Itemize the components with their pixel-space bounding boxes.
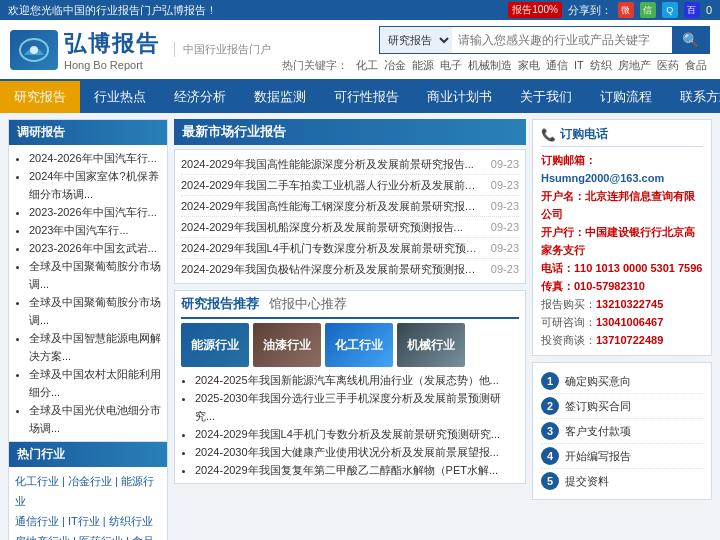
news-item: 2024-2029年我国二手车拍卖工业机器人行业分析及发展前景研究... 09-… — [181, 175, 519, 196]
list-item: 2023年中国汽车行... — [29, 221, 161, 239]
nav: 研究报告 行业热点 经济分析 数据监测 可行性报告 商业计划书 关于我们 订购流… — [0, 81, 720, 113]
contact-account-row: 开户名：北京连邦信息查询有限公司 — [541, 187, 703, 223]
hotword-dianzi[interactable]: 电子 — [440, 59, 462, 71]
hotword-textile[interactable]: 纺织 — [590, 59, 612, 71]
logo-icon — [10, 30, 58, 70]
logo-text: 弘博报告 Hong Bo Report — [64, 29, 160, 71]
recommend-card-chemical: 化工行业 — [325, 323, 393, 367]
news-list: 2024-2029年我国高性能能源深度分析及发展前景研究报告... 09-23 … — [174, 149, 526, 284]
hotword-telecom[interactable]: 通信 — [546, 59, 568, 71]
logo-subtitle: 中国行业报告门户 — [174, 42, 271, 57]
search-button[interactable]: 🔍 — [672, 27, 709, 53]
news-link[interactable]: 2024-2029年我国机船深度分析及发展前景研究预测报告... — [181, 217, 479, 237]
nav-item-about[interactable]: 关于我们 — [506, 81, 586, 113]
sidebar-hot-tags: 化工行业 | 冶金行业 | 能源行业 通信行业 | IT行业 | 纺织行业 房地… — [9, 467, 167, 540]
hotword-machinery[interactable]: 机械制造 — [468, 59, 512, 71]
list-item: 全球及中国聚葡萄胺分市场调... — [29, 293, 161, 329]
list-item: 2024-2030年我国大健康产业使用状况分析及发展前景展望报... — [195, 443, 519, 461]
social-icon-wechat[interactable]: 信 — [640, 2, 656, 18]
hotwords-label: 热门关键字： — [282, 59, 348, 71]
right-sidebar: 📞 订购电话 订购邮箱：Hsumng2000@163.com 开户名：北京连邦信… — [532, 119, 712, 540]
nav-item-economy[interactable]: 经济分析 — [160, 81, 240, 113]
contact-bank-row: 开户行：中国建设银行行北京高家务支行 — [541, 223, 703, 259]
recommend-img-oil[interactable]: 油漆行业 — [253, 323, 321, 367]
news-item: 2024-2029年我国高性能能源深度分析及发展前景研究报告... 09-23 — [181, 154, 519, 175]
news-section-title: 最新市场行业报告 — [174, 119, 526, 145]
news-link[interactable]: 2024-2029年我国高性能海工钢深度分析及发展前景研究报告... — [181, 196, 479, 216]
contact-investor-row: 投资商谈：13710722489 — [541, 331, 703, 349]
hotword-pharma[interactable]: 医药 — [657, 59, 679, 71]
hotword-food[interactable]: 食品 — [685, 59, 707, 71]
contact-fax-row: 传真：010-57982310 — [541, 277, 703, 295]
nav-item-order[interactable]: 订购流程 — [586, 81, 666, 113]
hot-tag-huagong[interactable]: 化工行业 — [15, 475, 59, 487]
list-item: 2024-2029年我国L4手机门专数分析及发展前景研究预测研究... — [195, 425, 519, 443]
news-item: 2024-2029年我国高性能海工钢深度分析及发展前景研究报告... 09-23 — [181, 196, 519, 217]
search-box: 研究报告 行业报告 🔍 — [379, 26, 710, 54]
list-item: 2023-2026年中国玄武岩... — [29, 239, 161, 257]
hotword-appliance[interactable]: 家电 — [518, 59, 540, 71]
step-item-2: 2 签订购买合同 — [541, 394, 703, 419]
recommend-img-chemical[interactable]: 化工行业 — [325, 323, 393, 367]
hot-tag-telecom2[interactable]: 通信行业 — [15, 515, 59, 527]
hotword-realestate[interactable]: 房地产 — [618, 59, 651, 71]
news-link[interactable]: 2024-2029年我国负极钻件深度分析及发展前景研究预测报告... — [181, 259, 479, 279]
nav-item-feasibility[interactable]: 可行性报告 — [320, 81, 413, 113]
contact-phone-row: 电话：110 1013 0000 5301 7596 — [541, 259, 703, 277]
hot-tag-textile2[interactable]: 纺织行业 — [109, 515, 153, 527]
news-link[interactable]: 2024-2029年我国L4手机门专数深度分析及发展前景研究预测报告... — [181, 238, 479, 258]
news-item: 2024-2029年我国机船深度分析及发展前景研究预测报告... 09-23 — [181, 217, 519, 238]
contact-report-row: 报告购买：13210322745 — [541, 295, 703, 313]
list-item: 2024-2029年我国复复年第二甲酸乙二醇酯水解物（PET水解... — [195, 461, 519, 479]
hot-tag-yejin[interactable]: 冶金行业 — [68, 475, 112, 487]
step-item-4: 4 开始编写报告 — [541, 444, 703, 469]
recommend-section: 研究报告推荐 馆报中心推荐 能源行业 油漆行业 化工行业 机械行业 2024-2… — [174, 290, 526, 484]
logo: 弘博报告 Hong Bo Report 中国行业报告门户 — [10, 29, 271, 71]
recommend-grid: 能源行业 油漆行业 化工行业 机械行业 — [181, 323, 519, 367]
nav-item-research[interactable]: 研究报告 — [0, 81, 80, 113]
logo-cn: 弘博报告 — [64, 29, 160, 59]
report-label: 报告100% — [508, 2, 562, 18]
nav-item-business[interactable]: 商业计划书 — [413, 81, 506, 113]
social-icon-qq[interactable]: Q — [662, 2, 678, 18]
recommend-img-machinery[interactable]: 机械行业 — [397, 323, 465, 367]
top-bar: 欢迎您光临中国的行业报告门户弘博报告！ 报告100% 分享到： 微 信 Q 百 … — [0, 0, 720, 20]
hotwords: 热门关键字： 化工 冶金 能源 电子 机械制造 家电 通信 IT 纺织 房地产 … — [282, 58, 710, 73]
list-item: 全球及中国农村太阳能利用细分... — [29, 365, 161, 401]
search-input[interactable] — [452, 27, 672, 53]
step-item-1: 1 确定购买意向 — [541, 369, 703, 394]
social-icon-baidu[interactable]: 百 — [684, 2, 700, 18]
hot-tag-it2[interactable]: IT行业 — [68, 515, 100, 527]
hotword-yejin[interactable]: 冶金 — [384, 59, 406, 71]
news-link[interactable]: 2024-2029年我国二手车拍卖工业机器人行业分析及发展前景研究... — [181, 175, 479, 195]
hotword-it[interactable]: IT — [574, 59, 584, 71]
list-item: 2025-2030年我国分选行业三手手机深度分析及发展前景预测研究... — [195, 389, 519, 425]
nav-item-data[interactable]: 数据监测 — [240, 81, 320, 113]
news-item: 2024-2029年我国负极钻件深度分析及发展前景研究预测报告... 09-23 — [181, 259, 519, 279]
header: 弘博报告 Hong Bo Report 中国行业报告门户 研究报告 行业报告 🔍… — [0, 20, 720, 81]
search-select[interactable]: 研究报告 行业报告 — [380, 27, 452, 53]
list-item: 2024-2026年中国汽车行... — [29, 149, 161, 167]
hotword-huagong[interactable]: 化工 — [356, 59, 378, 71]
news-item: 2024-2029年我国L4手机门专数深度分析及发展前景研究预测报告... 09… — [181, 238, 519, 259]
hot-tag-pharma2[interactable]: 医药行业 — [79, 535, 123, 540]
list-item: 全球及中国聚葡萄胺分市场调... — [29, 257, 161, 293]
list-item: 2024-2025年我国新能源汽车离线机用油行业（发展态势）他... — [195, 371, 519, 389]
recommend-img-energy[interactable]: 能源行业 — [181, 323, 249, 367]
nav-item-contact[interactable]: 联系方式 — [666, 81, 720, 113]
social-icon-weibo[interactable]: 微 — [618, 2, 634, 18]
phone-icon: 📞 — [541, 128, 556, 142]
hotword-energy[interactable]: 能源 — [412, 59, 434, 71]
recommend-card-energy: 能源行业 — [181, 323, 249, 367]
recommend-card-machinery: 机械行业 — [397, 323, 465, 367]
list-item: 2023-2026年中国汽车行... — [29, 203, 161, 221]
hot-tag-realestate2[interactable]: 房地产行业 — [15, 535, 70, 540]
news-link[interactable]: 2024-2029年我国高性能能源深度分析及发展前景研究报告... — [181, 154, 479, 174]
sidebar-hot-title: 热门行业 — [9, 442, 167, 467]
contact-box: 📞 订购电话 订购邮箱：Hsumng2000@163.com 开户名：北京连邦信… — [532, 119, 712, 356]
hot-tag-row3: 房地产行业 | 医药行业 | 食品行业 — [15, 531, 161, 540]
counter-badge: 0 — [706, 4, 712, 16]
steps-box: 1 确定购买意向 2 签订购买合同 3 客户支付款项 4 开始编写报告 5 提交… — [532, 362, 712, 500]
nav-item-hot[interactable]: 行业热点 — [80, 81, 160, 113]
center-content: 最新市场行业报告 2024-2029年我国高性能能源深度分析及发展前景研究报告.… — [174, 119, 526, 540]
